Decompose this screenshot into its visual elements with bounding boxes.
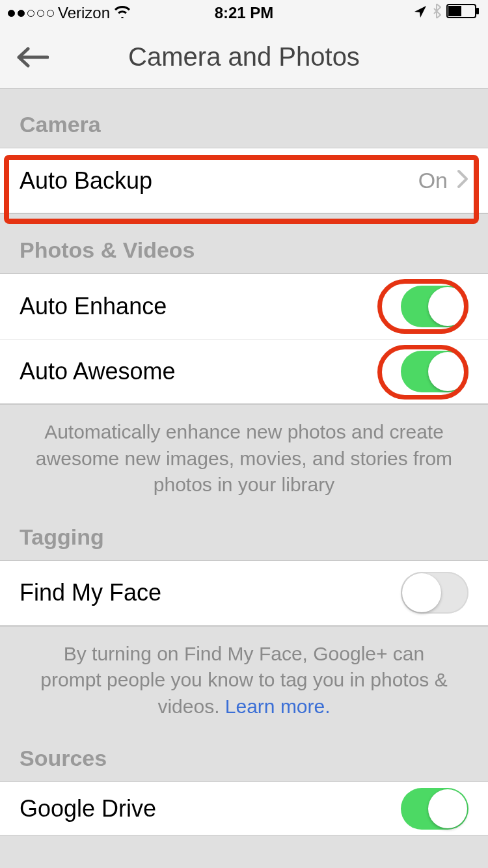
group-sources: Google Drive <box>0 781 488 835</box>
learn-more-link[interactable]: Learn more. <box>225 696 331 717</box>
status-left: Verizon <box>8 4 215 22</box>
status-bar: Verizon 8:21 PM <box>0 0 488 26</box>
group-photos-videos: Auto Enhance Auto Awesome <box>0 273 488 405</box>
section-header-sources: Sources <box>0 734 488 781</box>
status-time: 8:21 PM <box>215 4 274 22</box>
section-footer-tagging: By turning on Find My Face, Google+ can … <box>0 627 488 735</box>
carrier-label: Verizon <box>58 4 110 22</box>
svg-rect-1 <box>476 8 479 14</box>
wifi-icon <box>114 4 131 22</box>
section-header-camera: Camera <box>0 88 488 148</box>
arrow-left-icon <box>16 46 49 68</box>
page-title: Camera and Photos <box>0 42 488 72</box>
row-label-find-my-face: Find My Face <box>20 579 401 606</box>
row-find-my-face: Find My Face <box>0 561 488 626</box>
row-auto-backup[interactable]: Auto Backup On <box>0 148 488 213</box>
row-value-auto-backup: On <box>418 168 448 193</box>
back-button[interactable] <box>13 38 52 77</box>
row-auto-enhance: Auto Enhance <box>0 274 488 339</box>
row-label-auto-backup: Auto Backup <box>20 167 418 195</box>
svg-rect-2 <box>448 6 461 16</box>
bluetooth-icon <box>432 3 441 23</box>
row-auto-awesome: Auto Awesome <box>0 339 488 404</box>
nav-bar: Camera and Photos <box>0 26 488 88</box>
toggle-auto-enhance[interactable] <box>401 286 468 327</box>
status-right <box>273 3 480 23</box>
section-footer-photos-videos: Automatically enhance new photos and cre… <box>0 405 488 513</box>
chevron-right-icon <box>457 167 468 195</box>
section-header-tagging: Tagging <box>0 513 488 560</box>
battery-icon <box>446 4 480 22</box>
signal-strength-icon <box>8 10 54 17</box>
toggle-google-drive[interactable] <box>401 788 468 830</box>
location-icon <box>414 4 427 22</box>
row-label-google-drive: Google Drive <box>20 795 401 822</box>
row-google-drive: Google Drive <box>0 782 488 835</box>
group-tagging: Find My Face <box>0 560 488 627</box>
row-label-auto-enhance: Auto Enhance <box>20 293 401 320</box>
toggle-find-my-face[interactable] <box>401 572 468 614</box>
section-header-photos-videos: Photos & Videos <box>0 214 488 273</box>
row-label-auto-awesome: Auto Awesome <box>20 358 401 385</box>
toggle-auto-awesome[interactable] <box>401 351 468 392</box>
group-camera: Auto Backup On <box>0 148 488 214</box>
